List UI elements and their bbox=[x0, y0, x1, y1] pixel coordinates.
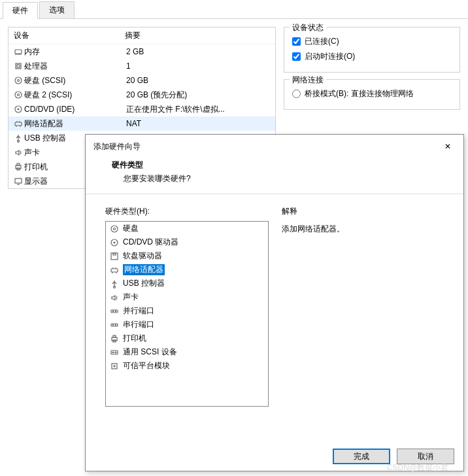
floppy-icon bbox=[109, 252, 120, 261]
type-label: 串行端口 bbox=[123, 319, 154, 330]
cpu-icon bbox=[12, 61, 24, 71]
sound-icon bbox=[12, 148, 24, 157]
device-status-group: 设备状态 已连接(C) 启动时连接(O) bbox=[284, 27, 460, 73]
cd-icon bbox=[109, 238, 120, 247]
wizard-title: 添加硬件向导 bbox=[93, 141, 141, 152]
network-legend: 网络连接 bbox=[290, 75, 326, 86]
type-usb[interactable]: USB 控制器 bbox=[106, 277, 268, 290]
add-hardware-wizard: 添加硬件向导 ✕ 硬件类型 您要安装哪类硬件? 硬件类型(H): 硬盘CD/DV… bbox=[85, 134, 464, 471]
hardware-type-label: 硬件类型(H): bbox=[105, 206, 269, 217]
watermark: CSDN@数据小君 bbox=[387, 462, 448, 473]
svg-rect-26 bbox=[111, 324, 118, 326]
svg-rect-23 bbox=[111, 310, 118, 313]
memory-icon bbox=[12, 47, 24, 56]
type-port[interactable]: 并行端口 bbox=[106, 304, 268, 318]
svg-rect-19 bbox=[111, 253, 118, 260]
type-hdd[interactable]: 硬盘 bbox=[106, 222, 268, 235]
type-floppy[interactable]: 软盘驱动器 bbox=[106, 249, 268, 263]
type-tpm[interactable]: 可信平台模块 bbox=[106, 359, 268, 373]
hw-row-cpu[interactable]: 处理器1 bbox=[8, 59, 275, 73]
svg-rect-12 bbox=[17, 163, 20, 165]
port-icon bbox=[109, 320, 120, 330]
type-label: 声卡 bbox=[123, 292, 139, 303]
hardware-type-list[interactable]: 硬盘CD/DVD 驱动器软盘驱动器网络适配器USB 控制器声卡并行端口串行端口打… bbox=[105, 221, 269, 407]
connected-checkbox[interactable]: 已连接(C) bbox=[292, 34, 452, 49]
type-net[interactable]: 网络适配器 bbox=[106, 263, 268, 277]
usb-icon bbox=[109, 279, 120, 288]
type-label: USB 控制器 bbox=[123, 278, 165, 289]
svg-point-8 bbox=[18, 109, 19, 110]
sound-icon bbox=[109, 293, 120, 302]
type-label: 通用 SCSI 设备 bbox=[123, 347, 177, 358]
explain-label: 解释 bbox=[282, 206, 444, 217]
svg-rect-30 bbox=[113, 335, 116, 337]
type-label: CD/DVD 驱动器 bbox=[123, 237, 178, 248]
tpm-icon bbox=[109, 362, 120, 371]
hdd-icon bbox=[12, 90, 24, 99]
svg-rect-20 bbox=[113, 253, 116, 255]
device-status-legend: 设备状态 bbox=[290, 22, 326, 33]
svg-point-25 bbox=[115, 311, 116, 311]
type-label: 硬盘 bbox=[123, 223, 139, 234]
net-icon bbox=[12, 119, 24, 128]
cd-icon bbox=[12, 105, 24, 114]
type-label: 并行端口 bbox=[123, 305, 154, 316]
svg-point-17 bbox=[111, 239, 118, 246]
hw-name: CD/DVD (IDE) bbox=[24, 105, 126, 114]
svg-point-18 bbox=[114, 242, 115, 243]
type-label: 网络适配器 bbox=[123, 264, 165, 275]
scsi-icon bbox=[109, 348, 120, 357]
hw-row-hdd[interactable]: 硬盘 2 (SCSI)20 GB (预先分配) bbox=[8, 88, 275, 102]
svg-rect-2 bbox=[17, 65, 20, 67]
finish-button[interactable]: 完成 bbox=[333, 449, 390, 464]
type-label: 可信平台模块 bbox=[123, 360, 170, 371]
svg-point-28 bbox=[115, 324, 116, 325]
type-sound[interactable]: 声卡 bbox=[106, 290, 268, 304]
hw-row-cd[interactable]: CD/DVD (IDE)正在使用文件 F:\软件\虚拟... bbox=[8, 102, 275, 116]
hw-row-hdd[interactable]: 硬盘 (SCSI)20 GB bbox=[8, 73, 275, 88]
type-scsi[interactable]: 通用 SCSI 设备 bbox=[106, 345, 268, 359]
hw-summary: 20 GB (预先分配) bbox=[126, 90, 187, 101]
hw-row-memory[interactable]: 内存2 GB bbox=[8, 44, 275, 59]
svg-point-33 bbox=[112, 352, 114, 353]
svg-point-6 bbox=[18, 94, 20, 96]
port-icon bbox=[109, 307, 120, 316]
printer-icon bbox=[12, 162, 24, 171]
svg-rect-0 bbox=[15, 50, 22, 54]
wizard-heading: 硬件类型 bbox=[112, 160, 444, 171]
printer-icon bbox=[109, 334, 120, 343]
explain-text: 添加网络适配器。 bbox=[282, 221, 444, 235]
svg-point-16 bbox=[114, 228, 116, 230]
svg-point-5 bbox=[15, 92, 22, 98]
type-port[interactable]: 串行端口 bbox=[106, 318, 268, 332]
close-button[interactable]: ✕ bbox=[439, 140, 457, 153]
type-cd[interactable]: CD/DVD 驱动器 bbox=[106, 235, 268, 249]
hw-row-net[interactable]: 网络适配器NAT bbox=[8, 116, 275, 131]
hw-name: 内存 bbox=[24, 46, 126, 58]
display-icon bbox=[12, 177, 24, 186]
type-label: 打印机 bbox=[123, 333, 146, 344]
svg-point-24 bbox=[112, 311, 113, 311]
hw-summary: 正在使用文件 F:\软件\虚拟... bbox=[126, 104, 225, 115]
type-printer[interactable]: 打印机 bbox=[106, 332, 268, 345]
hw-summary: NAT bbox=[126, 119, 141, 128]
svg-point-27 bbox=[112, 324, 113, 325]
usb-icon bbox=[12, 133, 24, 143]
type-label: 软盘驱动器 bbox=[123, 250, 162, 262]
hw-name: 处理器 bbox=[24, 61, 126, 72]
tab-hardware[interactable]: 硬件 bbox=[3, 2, 38, 19]
bridge-mode-radio[interactable]: 桥接模式(B): 直接连接物理网络 bbox=[292, 86, 452, 101]
hw-summary: 20 GB bbox=[126, 76, 148, 85]
svg-rect-9 bbox=[15, 122, 22, 126]
svg-point-34 bbox=[115, 352, 116, 353]
hw-summary: 2 GB bbox=[126, 47, 144, 56]
col-device: 设备 bbox=[14, 30, 125, 41]
wizard-subheading: 您要安装哪类硬件? bbox=[112, 171, 444, 184]
hw-summary: 1 bbox=[126, 61, 131, 71]
connect-on-start-checkbox[interactable]: 启动时连接(O) bbox=[292, 49, 452, 64]
tab-options[interactable]: 选项 bbox=[39, 1, 75, 18]
hdd-icon bbox=[12, 76, 24, 85]
svg-point-15 bbox=[111, 226, 118, 232]
hw-name: 硬盘 2 (SCSI) bbox=[24, 90, 126, 101]
svg-point-7 bbox=[15, 106, 22, 112]
